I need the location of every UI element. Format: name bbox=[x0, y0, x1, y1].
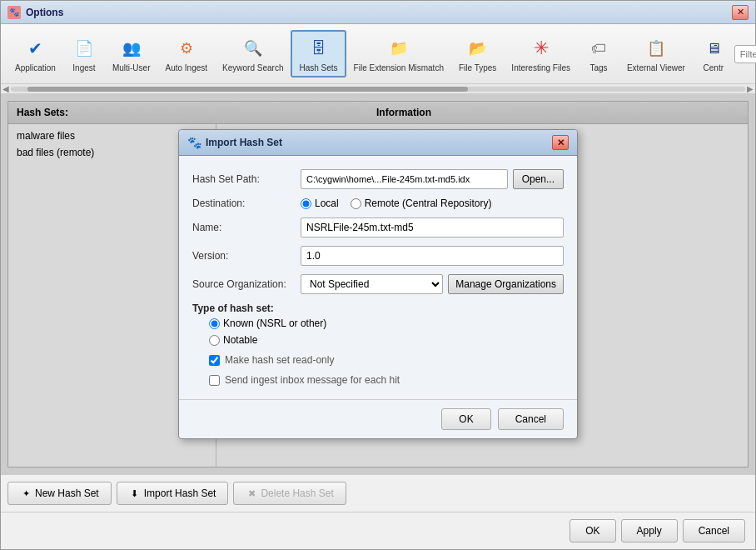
ingest-toolbar-label: Ingest bbox=[72, 63, 95, 72]
dialog-footer: OK Cancel bbox=[179, 399, 577, 438]
send-ingest-checkbox[interactable] bbox=[209, 375, 220, 386]
toolbar-scrollbar[interactable]: ◀ ▶ bbox=[1, 84, 755, 94]
main-window: 🐾 Options ✕ ✔ Application 📄 Ingest 👥 Mul… bbox=[0, 0, 756, 550]
known-radio-label[interactable]: Known (NSRL or other) bbox=[192, 318, 564, 329]
apply-button[interactable]: Apply bbox=[621, 519, 678, 542]
new-hash-set-button[interactable]: ✦ New Hash Set bbox=[7, 482, 112, 505]
external-viewer-toolbar-icon: 📋 bbox=[643, 35, 669, 62]
known-label-text: Known (NSRL or other) bbox=[223, 318, 326, 329]
hash-set-path-input[interactable] bbox=[301, 169, 508, 189]
toolbar-item-centr[interactable]: 🖥 Centr bbox=[693, 31, 734, 77]
delete-hash-set-button[interactable]: ✖ Delete Hash Set bbox=[233, 482, 346, 505]
dialog-body: Hash Set Path: Open... Destination: Loca… bbox=[179, 156, 577, 399]
notable-radio[interactable] bbox=[209, 335, 220, 346]
dialog-title-bar: 🐾 Import Hash Set ✕ bbox=[179, 130, 577, 156]
name-label: Name: bbox=[192, 222, 301, 233]
make-readonly-checkbox[interactable] bbox=[209, 355, 220, 366]
auto-ingest-toolbar-label: Auto Ingest bbox=[165, 63, 207, 72]
scrollbar-track bbox=[11, 87, 745, 92]
ok-button[interactable]: OK bbox=[569, 519, 615, 542]
name-row: Name: bbox=[192, 218, 564, 238]
external-viewer-toolbar-label: External Viewer bbox=[627, 63, 685, 72]
main-content: Hash Sets: Information malware filesbad … bbox=[1, 94, 755, 474]
send-ingest-label: Send ingest inbox message for each hit bbox=[225, 374, 400, 386]
import-hash-set-icon: ⬇ bbox=[129, 488, 141, 499]
toolbar-item-hash-sets[interactable]: 🗄 Hash Sets bbox=[291, 30, 346, 78]
toolbar-item-application[interactable]: ✔ Application bbox=[7, 31, 63, 77]
toolbar-item-interesting-files[interactable]: ✳ Interesting Files bbox=[504, 31, 578, 77]
file-types-toolbar-icon: 📂 bbox=[465, 35, 491, 62]
name-input[interactable] bbox=[301, 218, 564, 238]
dialog-ok-button[interactable]: OK bbox=[441, 408, 490, 430]
local-label-text: Local bbox=[315, 198, 339, 209]
notable-label-text: Notable bbox=[223, 334, 257, 346]
toolbar-item-multi-user[interactable]: 👥 Multi-User bbox=[105, 31, 158, 77]
dialog-title: Import Hash Set bbox=[206, 137, 552, 148]
send-ingest-row: Send ingest inbox message for each hit bbox=[192, 374, 564, 386]
toolbar-item-keyword-search[interactable]: 🔍 Keyword Search bbox=[215, 31, 291, 77]
dialog-close-button[interactable]: ✕ bbox=[552, 135, 569, 150]
auto-ingest-toolbar-icon: ⚙ bbox=[173, 35, 200, 62]
dialog-icon: 🐾 bbox=[187, 136, 201, 149]
filter-input[interactable] bbox=[734, 45, 756, 63]
import-hash-set-button[interactable]: ⬇ Import Hash Set bbox=[117, 482, 229, 505]
notable-radio-label[interactable]: Notable bbox=[192, 334, 564, 346]
delete-hash-set-label: Delete Hash Set bbox=[261, 488, 333, 499]
version-label: Version: bbox=[192, 250, 301, 262]
make-readonly-label: Make hash set read-only bbox=[225, 354, 334, 366]
destination-radio-group: Local Remote (Central Repository) bbox=[301, 198, 491, 209]
type-section: Type of hash set: Known (NSRL or other) … bbox=[192, 302, 564, 346]
readonly-row: Make hash set read-only bbox=[192, 354, 564, 366]
multi-user-toolbar-label: Multi-User bbox=[112, 63, 151, 72]
version-input[interactable] bbox=[301, 246, 564, 266]
centr-toolbar-label: Centr bbox=[704, 63, 724, 72]
destination-row: Destination: Local Remote (Central Repos… bbox=[192, 198, 564, 209]
version-row: Version: bbox=[192, 246, 564, 266]
file-extension-mismatch-toolbar-label: File Extension Mismatch bbox=[354, 63, 444, 72]
open-button[interactable]: Open... bbox=[513, 169, 564, 189]
manage-orgs-button[interactable]: Manage Organizations bbox=[448, 274, 564, 294]
toolbar-item-auto-ingest[interactable]: ⚙ Auto Ingest bbox=[157, 31, 215, 77]
toolbar-item-ingest[interactable]: 📄 Ingest bbox=[63, 31, 105, 77]
toolbar-item-file-extension-mismatch[interactable]: 📁 File Extension Mismatch bbox=[346, 31, 451, 77]
hash-set-path-row: Hash Set Path: Open... bbox=[192, 169, 564, 189]
multi-user-toolbar-icon: 👥 bbox=[118, 35, 145, 62]
remote-label-text: Remote (Central Repository) bbox=[365, 198, 492, 209]
known-radio[interactable] bbox=[209, 318, 220, 329]
toolbar-search bbox=[734, 45, 756, 63]
tags-toolbar-label: Tags bbox=[589, 63, 607, 72]
keyword-search-toolbar-label: Keyword Search bbox=[222, 63, 283, 72]
new-hash-set-icon: ✦ bbox=[20, 488, 32, 499]
tags-toolbar-icon: 🏷 bbox=[585, 35, 612, 62]
source-org-label: Source Organization: bbox=[192, 278, 301, 290]
window-title: Options bbox=[26, 7, 732, 18]
interesting-files-toolbar-icon: ✳ bbox=[528, 35, 555, 62]
scrollbar-thumb bbox=[27, 87, 468, 92]
dialog-cancel-button[interactable]: Cancel bbox=[498, 408, 564, 430]
ingest-toolbar-icon: 📄 bbox=[71, 35, 97, 62]
local-radio-label[interactable]: Local bbox=[301, 198, 339, 209]
keyword-search-toolbar-icon: 🔍 bbox=[240, 35, 266, 62]
window-close-button[interactable]: ✕ bbox=[732, 5, 749, 20]
remote-radio-label[interactable]: Remote (Central Repository) bbox=[351, 198, 492, 209]
source-org-select[interactable]: Not Specified bbox=[301, 274, 443, 294]
new-hash-set-label: New Hash Set bbox=[35, 488, 99, 499]
title-bar: 🐾 Options ✕ bbox=[1, 1, 755, 24]
remote-radio[interactable] bbox=[351, 198, 361, 209]
toolbar-item-file-types[interactable]: 📂 File Types bbox=[451, 31, 504, 77]
hash-sets-toolbar-label: Hash Sets bbox=[299, 63, 337, 72]
cancel-button[interactable]: Cancel bbox=[683, 519, 745, 542]
hash-sets-toolbar-icon: 🗄 bbox=[306, 35, 332, 62]
window-icon: 🐾 bbox=[7, 6, 21, 19]
toolbar: ✔ Application 📄 Ingest 👥 Multi-User ⚙ Au… bbox=[1, 24, 755, 84]
footer-buttons: OK Apply Cancel bbox=[1, 512, 755, 549]
import-hash-set-dialog: 🐾 Import Hash Set ✕ Hash Set Path: Open.… bbox=[178, 129, 578, 439]
application-toolbar-icon: ✔ bbox=[22, 35, 48, 62]
type-header: Type of hash set: bbox=[192, 302, 564, 314]
toolbar-item-external-viewer[interactable]: 📋 External Viewer bbox=[619, 31, 693, 77]
toolbar-item-tags[interactable]: 🏷 Tags bbox=[578, 31, 619, 77]
file-extension-mismatch-toolbar-icon: 📁 bbox=[385, 35, 412, 62]
local-radio[interactable] bbox=[301, 198, 311, 209]
source-org-row: Source Organization: Not Specified Manag… bbox=[192, 274, 564, 294]
centr-toolbar-icon: 🖥 bbox=[700, 35, 727, 62]
